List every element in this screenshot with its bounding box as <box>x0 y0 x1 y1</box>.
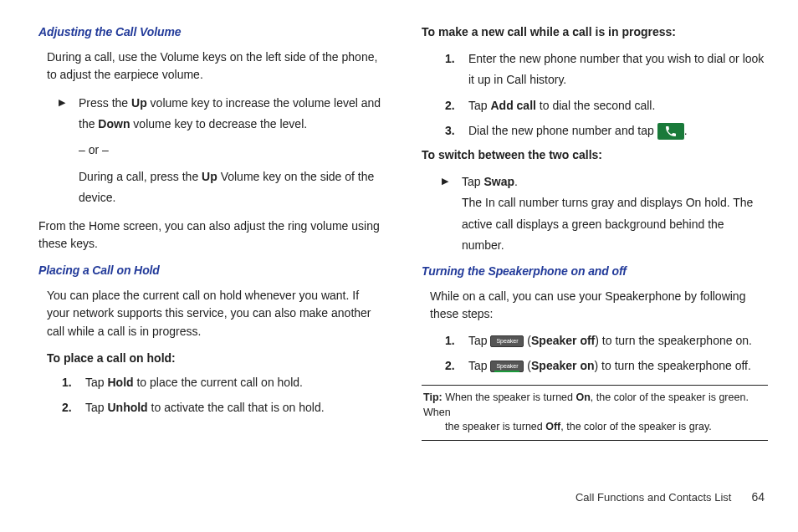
text: Press the <box>79 96 131 110</box>
tip-box: Tip: When the speaker is turned On, the … <box>422 391 768 435</box>
ordered-item: 2. Tap Speaker (Speaker on) to turn the … <box>422 357 768 376</box>
procedure-heading: To place a call on hold: <box>38 350 385 368</box>
text: When the speaker is turned <box>442 391 576 403</box>
bold-text: Up <box>131 96 147 110</box>
list-number: 2. <box>445 97 468 115</box>
text: to dial the second call. <box>536 99 655 112</box>
text: Tap <box>85 401 107 414</box>
text: Tap <box>468 334 490 347</box>
speaker-off-button-icon: Speaker <box>490 335 524 347</box>
text: the speaker is turned <box>445 421 545 432</box>
ordered-item: 2. Tap Add call to dial the second call. <box>422 97 768 115</box>
list-number: 2. <box>445 357 468 376</box>
procedure-heading: To switch between the two calls: <box>422 146 768 165</box>
two-column-layout: Adjusting the Call Volume During a call,… <box>38 23 768 446</box>
left-column: Adjusting the Call Volume During a call,… <box>38 23 385 446</box>
text: to place the current call on hold. <box>134 376 303 389</box>
list-text: Tap Speaker (Speaker off) to turn the sp… <box>468 332 768 350</box>
speaker-on-button-icon: Speaker <box>490 361 524 372</box>
text: The In call number turns gray and displa… <box>462 192 768 256</box>
text: Dial the new phone number and tap <box>468 124 657 137</box>
paragraph: From the Home screen, you can also adjus… <box>38 217 385 253</box>
list-text: Tap Unhold to activate the call that is … <box>85 399 385 417</box>
bold-text: Swap <box>483 175 514 188</box>
list-number: 1. <box>445 49 468 69</box>
list-number: 1. <box>62 374 85 392</box>
list-number: 2. <box>62 399 85 417</box>
bold-text: Down <box>98 117 130 130</box>
bullet-continuation: During a call, press the Up Volume key o… <box>38 166 385 208</box>
text: . <box>684 124 688 137</box>
ordered-item: 3. Dial the new phone number and tap . <box>422 122 768 141</box>
bold-text: Hold <box>107 376 133 389</box>
list-text: Enter the new phone number that you wish… <box>468 49 768 90</box>
heading-placing-call-hold: Placing a Call on Hold <box>38 262 385 280</box>
list-text: Tap Add call to dial the second call. <box>468 97 768 115</box>
paragraph: During a call, use the Volume keys on th… <box>38 49 385 84</box>
bold-text: Add call <box>490 99 535 112</box>
text: During a call, press the <box>79 170 202 183</box>
list-number: 3. <box>445 122 468 141</box>
triangle-bullet-icon: ▶ <box>59 93 79 135</box>
bold-text: Unhold <box>107 401 147 414</box>
bullet-text: Tap Swap. The In call number turns gray … <box>462 171 768 256</box>
text: Tap <box>462 175 483 188</box>
bold-text: On <box>576 391 591 403</box>
bullet-item: ▶ Tap Swap. The In call number turns gra… <box>422 171 768 256</box>
procedure-heading: To make a new call while a call is in pr… <box>422 23 768 42</box>
bold-text: Speaker off <box>531 334 595 347</box>
paragraph: While on a call, you can use your Speake… <box>422 288 768 324</box>
or-separator: – or – <box>38 141 385 160</box>
text: volume key to decrease the level. <box>130 117 307 130</box>
bold-text: Up <box>202 170 217 183</box>
page-number: 64 <box>751 489 765 507</box>
tip-divider <box>422 440 768 441</box>
right-column: To make a new call while a call is in pr… <box>422 23 768 446</box>
text: , the color of the speaker is gray. <box>560 421 711 432</box>
phone-call-icon <box>657 123 684 140</box>
tip-divider <box>422 385 768 386</box>
text: ( <box>524 334 531 347</box>
bullet-text: Press the Up volume key to increase the … <box>79 93 385 135</box>
ordered-item: 1. Enter the new phone number that you w… <box>422 49 768 90</box>
text: Tap <box>85 376 107 389</box>
ordered-item: 1. Tap Hold to place the current call on… <box>38 374 385 392</box>
list-text: Tap Speaker (Speaker on) to turn the spe… <box>468 357 768 376</box>
ordered-item: 1. Tap Speaker (Speaker off) to turn the… <box>422 332 768 350</box>
text: Tap <box>468 99 490 112</box>
text: ( <box>524 359 531 372</box>
page-footer: Call Functions and Contacts List 64 <box>575 489 765 507</box>
list-number: 1. <box>445 332 468 350</box>
bold-text: Speaker on <box>531 359 594 372</box>
triangle-bullet-icon: ▶ <box>442 171 462 256</box>
text: Tap <box>468 359 490 372</box>
text: ) to turn the speakerphone off. <box>595 359 751 372</box>
list-text: Tap Hold to place the current call on ho… <box>85 374 385 392</box>
tip-label: Tip: <box>423 391 442 403</box>
bullet-item: ▶ Press the Up volume key to increase th… <box>38 93 385 135</box>
text: to activate the call that is on hold. <box>148 401 325 414</box>
ordered-item: 2. Tap Unhold to activate the call that … <box>38 399 385 417</box>
heading-speakerphone: Turning the Speakerphone on and off <box>422 263 768 281</box>
text: . <box>514 175 518 188</box>
footer-section-title: Call Functions and Contacts List <box>575 489 731 506</box>
text: ) to turn the speakerphone on. <box>595 334 752 347</box>
bold-text: Off <box>545 421 560 432</box>
list-text: Dial the new phone number and tap . <box>468 122 768 141</box>
paragraph: You can place the current call on hold w… <box>38 287 385 341</box>
heading-adjusting-call-volume: Adjusting the Call Volume <box>38 23 385 42</box>
